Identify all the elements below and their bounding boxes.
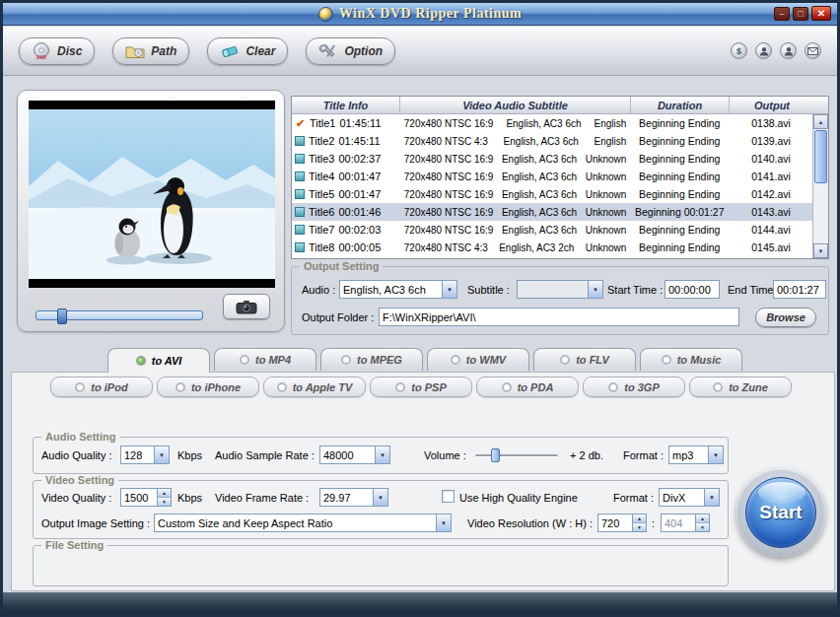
tab-to-wmv[interactable]: to WMV <box>427 348 529 371</box>
tab-to-3gp[interactable]: to 3GP <box>583 377 685 397</box>
title-info-cell: ✔Title101:45:11 <box>292 117 400 129</box>
tab-to-zune[interactable]: to Zune <box>689 377 792 397</box>
chevron-down-icon[interactable]: ▼ <box>436 514 451 531</box>
chevron-down-icon[interactable]: ▼ <box>708 446 723 463</box>
checkbox-icon[interactable] <box>295 154 305 164</box>
end-time-input[interactable] <box>773 280 826 299</box>
high-quality-checkbox[interactable] <box>442 490 455 503</box>
resolution-height-spinner[interactable]: 404 ▲▼ <box>661 514 710 532</box>
table-row[interactable]: Title700:02:03720x480 NTSC 16:9English, … <box>292 221 813 239</box>
spin-down-icon[interactable]: ▼ <box>158 498 171 506</box>
video-quality-label: Video Quality : <box>41 492 111 504</box>
chevron-down-icon[interactable]: ▼ <box>704 489 719 506</box>
tab-to-iphone[interactable]: to iPhone <box>157 377 259 397</box>
tab-to-psp[interactable]: to PSP <box>370 377 472 397</box>
audio-quality-select[interactable]: 128 ▼ <box>120 446 170 464</box>
spin-down-icon[interactable]: ▼ <box>696 523 709 531</box>
checkbox-icon[interactable] <box>295 207 305 217</box>
volume-slider[interactable] <box>475 448 558 462</box>
user-icon[interactable] <box>755 42 772 59</box>
image-setting-select[interactable]: Custom Size and Keep Aspect Ratio ▼ <box>154 514 452 532</box>
check-icon[interactable]: ✔ <box>295 118 306 129</box>
header-video-audio-subtitle[interactable]: Video Audio Subtitle <box>400 97 631 113</box>
video-quality-spinner[interactable]: 1500 ▲▼ <box>120 488 172 507</box>
chevron-down-icon[interactable]: ▼ <box>375 446 389 463</box>
tab-to-flv[interactable]: to FLV <box>533 348 636 371</box>
header-output[interactable]: Output <box>730 97 814 113</box>
minimize-button[interactable]: – <box>774 7 790 21</box>
playback-handle[interactable] <box>57 308 67 324</box>
checkbox-icon[interactable] <box>295 171 305 181</box>
table-row[interactable]: ✔Title101:45:11720x480 NTSC 16:9English,… <box>292 114 813 132</box>
start-time-input[interactable] <box>665 280 720 299</box>
chevron-down-icon[interactable]: ▼ <box>442 281 456 298</box>
audio-format-select[interactable]: mp3 ▼ <box>668 446 724 464</box>
table-row[interactable]: Title800:00:05720x480 NTSC 4:3English, A… <box>292 239 813 256</box>
disc-button[interactable]: DVD Disc <box>19 37 95 65</box>
audio-select[interactable]: English, AC3 6ch ▼ <box>339 280 457 299</box>
table-row[interactable]: Title300:02:37720x480 NTSC 16:9English, … <box>292 150 813 168</box>
start-button[interactable]: Start <box>736 468 825 557</box>
sample-rate-label: Audio Sample Rate : <box>215 449 315 461</box>
chevron-down-icon[interactable]: ▼ <box>588 281 602 298</box>
audio-format-label: Format : <box>623 449 664 461</box>
table-row[interactable]: Title400:01:47720x480 NTSC 16:9English, … <box>292 168 813 185</box>
playback-slider[interactable] <box>35 309 203 323</box>
header-duration[interactable]: Duration <box>631 97 730 113</box>
browse-button[interactable]: Browse <box>755 308 816 327</box>
tab-to-apple-tv[interactable]: to Apple TV <box>263 377 366 397</box>
scroll-down-icon[interactable]: ▼ <box>813 243 828 258</box>
spin-up-icon[interactable]: ▲ <box>696 514 709 523</box>
penguin-video-frame <box>29 109 275 279</box>
subtitle-select[interactable]: ▼ <box>517 280 603 299</box>
scroll-thumb[interactable] <box>814 130 827 183</box>
header-title-info[interactable]: Title Info <box>292 97 400 113</box>
chevron-down-icon[interactable]: ▼ <box>154 446 169 463</box>
spin-down-icon[interactable]: ▼ <box>633 523 646 531</box>
video-format-label: Format : <box>613 492 654 504</box>
tab-to-pda[interactable]: to PDA <box>476 377 579 397</box>
clear-button[interactable]: Clear <box>207 37 288 65</box>
table-row[interactable]: Title600:01:46720x480 NTSC 16:9English, … <box>292 203 813 221</box>
resolution-width-spinner[interactable]: 720 ▲▼ <box>597 514 647 532</box>
volume-track[interactable] <box>475 454 558 457</box>
toolbar-right-icons: $ <box>731 42 821 59</box>
checkbox-icon[interactable] <box>295 189 305 199</box>
chevron-down-icon[interactable]: ▼ <box>373 489 387 506</box>
path-button[interactable]: Path <box>112 37 189 65</box>
user2-icon[interactable] <box>780 42 797 59</box>
table-row[interactable]: Title201:45:11720x480 NTSC 4:3English, A… <box>292 132 813 150</box>
checkbox-icon[interactable] <box>295 225 305 235</box>
radio-icon <box>175 382 185 392</box>
maximize-button[interactable]: □ <box>793 7 808 21</box>
duration-cell: Beginning Ending <box>630 153 729 165</box>
high-quality-label: Use High Quality Engine <box>459 492 578 504</box>
dollar-icon[interactable]: $ <box>731 42 747 59</box>
close-button[interactable]: ✕ <box>811 6 831 21</box>
tab-to-mpeg[interactable]: to MPEG <box>320 348 423 371</box>
table-scrollbar[interactable]: ▲ ▼ <box>812 114 828 258</box>
spin-up-icon[interactable]: ▲ <box>633 514 646 523</box>
mail-icon[interactable] <box>805 42 821 59</box>
checkbox-icon[interactable] <box>295 136 305 146</box>
video-preview[interactable] <box>29 101 275 288</box>
table-row[interactable]: Title500:01:47720x480 NTSC 16:9English, … <box>292 185 813 203</box>
frame-rate-select[interactable]: 29.97 ▼ <box>319 488 388 507</box>
tab-to-music[interactable]: to Music <box>640 348 742 371</box>
video-audio-subtitle-cell: 720x480 NTSC 4:3English, AC3 2chUnknown <box>400 242 631 253</box>
spin-up-icon[interactable]: ▲ <box>158 489 171 498</box>
frame-rate-label: Video Frame Rate : <box>215 492 309 504</box>
option-button[interactable]: Option <box>306 37 395 65</box>
duration-cell: Beginning Ending <box>630 224 729 236</box>
checkbox-icon[interactable] <box>295 242 305 252</box>
sample-rate-select[interactable]: 48000 ▼ <box>319 446 390 464</box>
snapshot-button[interactable] <box>223 294 270 319</box>
scroll-up-icon[interactable]: ▲ <box>813 114 828 129</box>
output-folder-input[interactable] <box>379 308 739 326</box>
tab-to-mp4[interactable]: to MP4 <box>214 348 316 371</box>
video-format-select[interactable]: DivX ▼ <box>659 488 720 507</box>
tab-to-avi[interactable]: to AVI <box>107 348 210 373</box>
titlebar[interactable]: WinX DVD Ripper Platinum – □ ✕ <box>3 3 837 26</box>
volume-handle[interactable] <box>491 448 500 462</box>
tab-to-ipod[interactable]: to iPod <box>50 377 153 397</box>
